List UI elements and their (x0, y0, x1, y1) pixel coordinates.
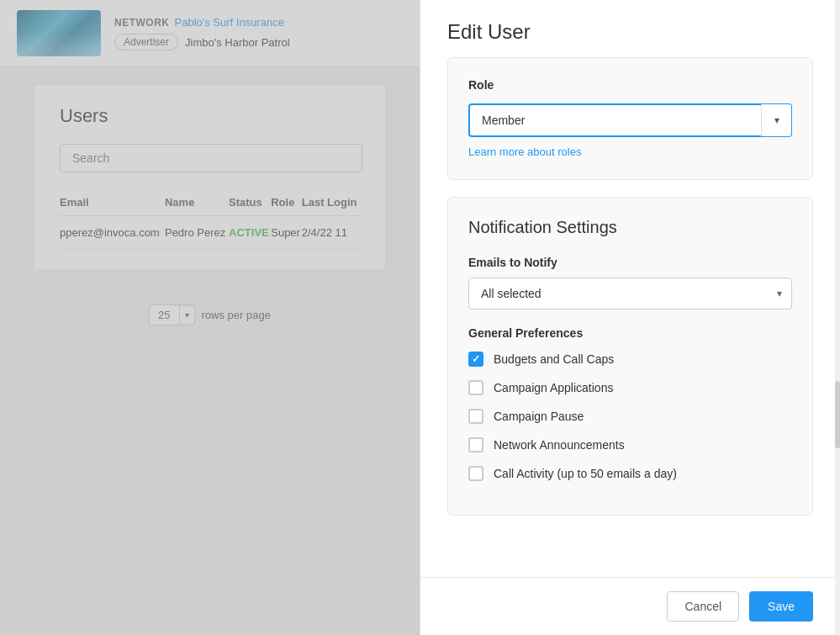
users-table: Email Name Status Role Last Login pperez… (60, 189, 360, 250)
role-label: Role (468, 78, 792, 92)
scrollbar-track (835, 0, 840, 635)
campaign-applications-label: Campaign Applications (494, 381, 613, 394)
advertiser-row: Advertiser Jimbo's Harbor Patrol (114, 34, 290, 50)
edit-user-title: Edit User (420, 0, 840, 57)
call-activity-checkbox[interactable] (468, 466, 483, 481)
col-status: Status (229, 189, 271, 216)
budgets-label: Budgets and Call Caps (494, 352, 614, 366)
col-email: Email (60, 189, 165, 216)
scrollbar-thumb[interactable] (835, 381, 840, 448)
col-name: Name (165, 189, 229, 216)
top-bar: NETWORK Pablo's Surf Insurance Advertise… (0, 0, 420, 67)
emails-to-notify-label: Emails to Notify (468, 256, 792, 269)
network-row: NETWORK Pablo's Surf Insurance (114, 16, 290, 29)
emails-dropdown[interactable]: All selected (468, 278, 792, 310)
checkbox-item-call-activity: Call Activity (up to 50 emails a day) (468, 466, 792, 481)
general-preferences-label: General Preferences (468, 326, 792, 340)
emails-dropdown-wrapper: All selected ▾ (468, 278, 792, 310)
users-card: Users Email Name Status Role Last Login … (34, 84, 386, 271)
rows-number: 25 (150, 305, 179, 325)
campaign-pause-checkbox[interactable] (468, 409, 483, 424)
col-role: Role (271, 189, 302, 216)
edit-user-body: Role Member Admin Super ▾ Learn more abo… (420, 57, 840, 577)
checkbox-item-budgets: Budgets and Call Caps (468, 352, 792, 367)
checkbox-item-campaign-pause: Campaign Pause (468, 409, 792, 424)
network-name: Pablo's Surf Insurance (175, 16, 284, 29)
chevron-down-icon: ▾ (180, 307, 194, 323)
role-card: Role Member Admin Super ▾ Learn more abo… (447, 57, 813, 180)
users-container: Users Email Name Status Role Last Login … (17, 84, 403, 342)
checkbox-item-network-announcements: Network Announcements (468, 437, 792, 452)
advertiser-name: Jimbo's Harbor Patrol (185, 36, 290, 49)
brand-image (17, 10, 101, 56)
save-button[interactable]: Save (749, 591, 813, 622)
cancel-button[interactable]: Cancel (667, 591, 739, 622)
cell-role: Super (271, 216, 302, 250)
campaign-pause-label: Campaign Pause (494, 410, 584, 423)
notification-settings-title: Notification Settings (468, 218, 792, 237)
learn-more-link[interactable]: Learn more about roles (468, 146, 581, 158)
top-bar-info: NETWORK Pablo's Surf Insurance Advertise… (114, 16, 290, 50)
table-row: pperez@invoca.com Pedro Perez ACTIVE Sup… (60, 216, 360, 250)
edit-user-panel: Edit User Role Member Admin Super ▾ Lear… (420, 0, 840, 635)
search-input[interactable] (60, 144, 362, 172)
call-activity-label: Call Activity (up to 50 emails a day) (494, 467, 677, 480)
network-announcements-label: Network Announcements (494, 438, 625, 452)
cell-name: Pedro Perez (165, 216, 229, 250)
campaign-applications-checkbox[interactable] (468, 380, 483, 395)
edit-user-footer: Cancel Save (420, 577, 840, 635)
background-panel: NETWORK Pablo's Surf Insurance Advertise… (0, 0, 420, 635)
network-label: NETWORK (114, 17, 170, 29)
advertiser-badge: Advertiser (114, 34, 178, 50)
budgets-checkbox[interactable] (468, 352, 483, 367)
cell-last-login: 2/4/22 11 (302, 216, 360, 250)
checkbox-item-campaign-applications: Campaign Applications (468, 380, 792, 395)
rows-per-page-select[interactable]: 25 ▾ (149, 304, 194, 325)
notification-settings-card: Notification Settings Emails to Notify A… (447, 197, 813, 516)
cell-email: pperez@invoca.com (60, 216, 165, 250)
role-select-wrapper: Member Admin Super ▾ (468, 103, 792, 137)
col-last-login: Last Login (302, 189, 360, 216)
cell-status: ACTIVE (229, 216, 271, 250)
role-select[interactable]: Member Admin Super (468, 103, 792, 137)
users-title: Users (60, 105, 360, 127)
rows-per-page-label: rows per page (202, 309, 271, 321)
pagination-row: 25 ▾ rows per page (17, 288, 403, 342)
network-announcements-checkbox[interactable] (468, 437, 483, 452)
